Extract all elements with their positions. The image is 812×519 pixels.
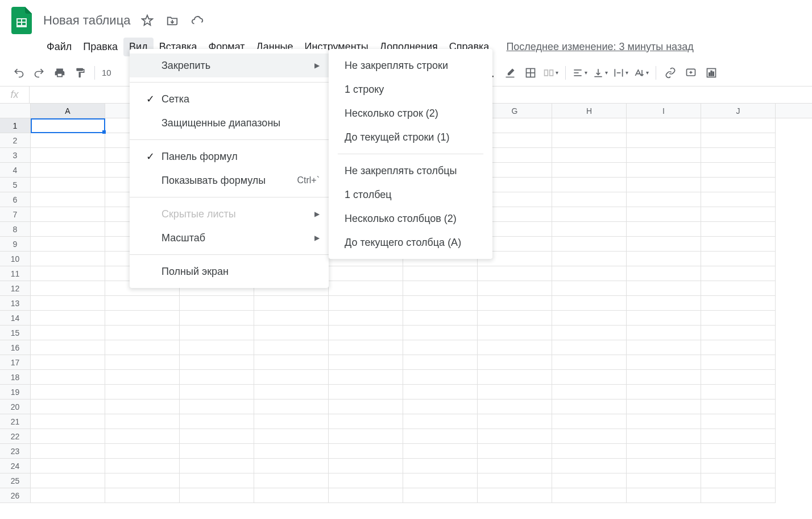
column-header[interactable]: H — [552, 104, 627, 118]
fill-color-icon[interactable] — [500, 63, 520, 83]
cell[interactable] — [552, 178, 627, 192]
cell[interactable] — [31, 237, 105, 252]
cell[interactable] — [627, 340, 701, 355]
insert-comment-icon[interactable] — [681, 63, 701, 83]
cell[interactable] — [627, 429, 701, 444]
cell[interactable] — [180, 311, 254, 326]
cell[interactable] — [31, 370, 105, 385]
row-header[interactable]: 15 — [0, 326, 31, 340]
cell[interactable] — [254, 399, 329, 414]
cell[interactable] — [403, 385, 478, 399]
cell[interactable] — [403, 399, 478, 414]
cell[interactable] — [31, 414, 105, 429]
cell[interactable] — [105, 311, 180, 326]
cell[interactable] — [701, 192, 776, 207]
cell[interactable] — [180, 340, 254, 355]
cell[interactable] — [701, 355, 776, 370]
paint-format-icon[interactable] — [71, 63, 90, 83]
cell[interactable] — [180, 385, 254, 399]
cell[interactable] — [701, 133, 776, 148]
column-header[interactable]: J — [701, 104, 776, 118]
document-title[interactable]: Новая таблица — [43, 13, 130, 28]
cell[interactable] — [627, 222, 701, 237]
cell[interactable] — [701, 370, 776, 385]
cell[interactable] — [329, 296, 403, 311]
row-header[interactable]: 26 — [0, 488, 31, 503]
cell[interactable] — [627, 266, 701, 281]
cell[interactable] — [31, 163, 105, 178]
freeze-no-rows[interactable]: Не закреплять строки — [329, 53, 492, 77]
cell[interactable] — [552, 429, 627, 444]
cell[interactable] — [627, 385, 701, 399]
cell[interactable] — [105, 326, 180, 340]
cell[interactable] — [627, 281, 701, 296]
cell[interactable] — [552, 340, 627, 355]
cloud-status-icon[interactable] — [189, 13, 205, 28]
cell[interactable] — [701, 385, 776, 399]
cell[interactable] — [552, 370, 627, 385]
cell[interactable] — [31, 192, 105, 207]
row-header[interactable]: 1 — [0, 118, 31, 133]
cell[interactable] — [478, 385, 552, 399]
cell[interactable] — [552, 133, 627, 148]
row-header[interactable]: 14 — [0, 311, 31, 326]
row-header[interactable]: 5 — [0, 178, 31, 192]
cell[interactable] — [180, 429, 254, 444]
cell[interactable] — [627, 399, 701, 414]
print-icon[interactable] — [50, 63, 69, 83]
cell[interactable] — [478, 429, 552, 444]
cell[interactable] — [627, 133, 701, 148]
cell[interactable] — [180, 488, 254, 503]
cell[interactable] — [329, 385, 403, 399]
cell[interactable] — [329, 311, 403, 326]
cell[interactable] — [552, 459, 627, 473]
row-header[interactable]: 21 — [0, 414, 31, 429]
menu-fullscreen[interactable]: Полный экран — [130, 260, 329, 283]
cell[interactable] — [701, 148, 776, 163]
cell[interactable] — [403, 473, 478, 488]
cell[interactable] — [627, 370, 701, 385]
cell[interactable] — [701, 340, 776, 355]
cell[interactable] — [180, 414, 254, 429]
cell[interactable] — [478, 444, 552, 459]
cell[interactable] — [329, 488, 403, 503]
cell[interactable] — [105, 473, 180, 488]
row-header[interactable]: 17 — [0, 355, 31, 370]
cell[interactable] — [31, 222, 105, 237]
cell[interactable] — [31, 326, 105, 340]
cell[interactable] — [254, 311, 329, 326]
cell[interactable] — [552, 296, 627, 311]
cell[interactable] — [31, 178, 105, 192]
cell[interactable] — [180, 444, 254, 459]
freeze-multi-cols[interactable]: Несколько столбцов (2) — [329, 207, 492, 230]
undo-icon[interactable] — [9, 63, 28, 83]
cell[interactable] — [31, 459, 105, 473]
cell[interactable] — [478, 326, 552, 340]
cell[interactable] — [627, 459, 701, 473]
cell[interactable] — [552, 266, 627, 281]
cell[interactable] — [403, 296, 478, 311]
cell[interactable] — [478, 266, 552, 281]
cell[interactable] — [552, 385, 627, 399]
cell[interactable] — [552, 192, 627, 207]
cell[interactable] — [31, 133, 105, 148]
cell[interactable] — [701, 118, 776, 133]
cell[interactable] — [403, 414, 478, 429]
cell[interactable] — [627, 296, 701, 311]
cell[interactable] — [31, 296, 105, 311]
horizontal-align-icon[interactable]: ▾ — [570, 63, 590, 83]
cell[interactable] — [701, 266, 776, 281]
cell[interactable] — [403, 355, 478, 370]
cell[interactable] — [254, 473, 329, 488]
menu-edit[interactable]: Правка — [77, 38, 123, 56]
cell[interactable] — [478, 355, 552, 370]
cell[interactable] — [329, 340, 403, 355]
cell[interactable] — [701, 237, 776, 252]
menu-gridlines[interactable]: ✓ Сетка — [130, 87, 329, 111]
cell[interactable] — [701, 459, 776, 473]
row-header[interactable]: 23 — [0, 444, 31, 459]
cell[interactable] — [478, 370, 552, 385]
cell[interactable] — [552, 207, 627, 222]
cell[interactable] — [701, 311, 776, 326]
cell[interactable] — [329, 266, 403, 281]
